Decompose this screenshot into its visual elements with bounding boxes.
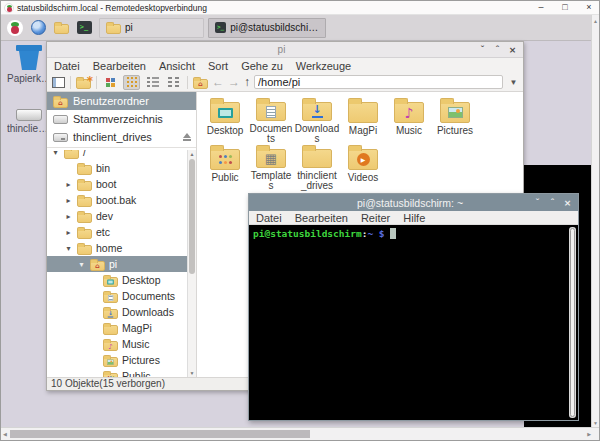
folder-icon [77, 213, 92, 223]
fm-menu-bearbeiten[interactable]: Bearbeiten [93, 60, 146, 72]
tree-item-magpi[interactable]: MagPi [47, 320, 187, 336]
menu-launcher[interactable] [6, 18, 24, 38]
new-folder-icon[interactable] [76, 79, 91, 89]
tree-item-pictures[interactable]: Pictures [47, 352, 187, 368]
file-public[interactable]: Public [202, 144, 248, 191]
place-benutzerordner[interactable]: Benutzerordner [47, 92, 196, 110]
tree-item-etc[interactable]: ▸etc [47, 224, 187, 240]
close-button[interactable]: × [577, 1, 600, 14]
tree-item-boot-bak[interactable]: ▸boot.bak [47, 192, 187, 208]
compact-view-button[interactable] [165, 75, 182, 90]
home-button[interactable] [193, 79, 208, 89]
scroll-right-icon[interactable]: ▶ [587, 431, 591, 437]
file-magpi[interactable]: MagPi [340, 97, 386, 144]
list-view-button[interactable] [144, 75, 161, 90]
taskbar-button-pi-statusbildschirm[interactable]: pi@statusbildschirm: ... [208, 18, 326, 38]
terminal-content[interactable]: pi@statusbildschirm:~ $ [249, 225, 578, 420]
file-desktop[interactable]: Desktop [202, 97, 248, 144]
fm-menu-gehe-zu[interactable]: Gehe zu [241, 60, 283, 72]
fm-menu-ansicht[interactable]: Ansicht [159, 60, 195, 72]
icon-view-button[interactable] [123, 75, 140, 90]
tree-item-downloads[interactable]: Downloads [47, 304, 187, 320]
scroll-down-icon[interactable]: ▼ [188, 370, 196, 376]
new-window-icon[interactable] [52, 77, 65, 88]
tree-item-pi[interactable]: ▾pi [47, 256, 187, 272]
file-templates[interactable]: Templates [248, 144, 294, 191]
file-music[interactable]: Music [386, 97, 432, 144]
templates-folder-icon [256, 149, 286, 168]
path-dropdown-icon[interactable]: ▼ [507, 78, 520, 87]
desktop-icon-papierkorb[interactable]: Papierkorb [7, 45, 51, 84]
terminal-scrollbar[interactable] [569, 227, 576, 418]
expander-closed-icon[interactable]: ▸ [64, 212, 73, 221]
terminal-menu-reiter[interactable]: Reiter [361, 212, 390, 224]
terminal-menu-bearbeiten[interactable]: Bearbeiten [295, 212, 348, 224]
terminal-titlebar[interactable]: pi@statusbildschirm: ~ ˇ ˆ × [249, 194, 578, 211]
tree-item-documents[interactable]: Documents [47, 288, 187, 304]
expander-open-icon[interactable]: ▾ [77, 260, 86, 269]
maximize-button[interactable]: ˆ [491, 43, 504, 57]
terminal-launcher[interactable] [75, 18, 93, 38]
tree-item-bin[interactable]: bin [47, 160, 187, 176]
browser-launcher[interactable] [29, 18, 47, 38]
file-manager-titlebar[interactable]: pi ˇ ˆ × [47, 42, 523, 58]
terminal-menu-hilfe[interactable]: Hilfe [403, 212, 425, 224]
scroll-left-icon[interactable]: ◀ [3, 431, 7, 437]
terminal-menu-datei[interactable]: Datei [256, 212, 282, 224]
file-pictures[interactable]: Pictures [432, 97, 478, 144]
shade-button[interactable]: ˇ [531, 196, 544, 210]
file-manager-launcher[interactable] [52, 18, 70, 38]
close-button[interactable]: × [506, 43, 519, 57]
rdp-vertical-scrollbar[interactable]: ▲ ▼ [591, 15, 599, 429]
fm-menu-werkzeuge[interactable]: Werkzeuge [296, 60, 351, 72]
tree-item-label: / [83, 150, 86, 158]
back-icon[interactable]: ← [212, 75, 224, 89]
disk-icon [53, 115, 68, 124]
minimize-button[interactable]: – [529, 1, 553, 14]
place-thinclient-drives[interactable]: thinclient_drives [47, 128, 196, 146]
expander-closed-icon[interactable]: ▸ [64, 196, 73, 205]
forward-icon[interactable]: → [228, 75, 240, 89]
expander-open-icon[interactable]: ▾ [51, 150, 60, 157]
expander-open-icon[interactable]: ▾ [64, 244, 73, 253]
fm-menu-sort[interactable]: Sort [208, 60, 228, 72]
tree-scrollbar[interactable]: ▲ ▼ [187, 150, 196, 377]
file-label: Downloads [295, 124, 340, 144]
tree-item-desktop[interactable]: Desktop [47, 272, 187, 288]
rdp-horizontal-scrollbar[interactable]: ◀ ▶ [1, 427, 600, 440]
scroll-thumb[interactable] [189, 159, 195, 274]
thumbnail-view-button[interactable] [102, 75, 119, 90]
scroll-up-icon[interactable]: ▲ [188, 151, 196, 157]
folder-icon [77, 197, 92, 207]
scroll-thumb[interactable] [10, 430, 310, 438]
tree-item-public[interactable]: Public [47, 368, 187, 377]
expander-closed-icon[interactable]: ▸ [64, 180, 73, 189]
maximize-button[interactable]: □ [553, 1, 577, 14]
fm-menu-datei[interactable]: Datei [54, 60, 80, 72]
file-manager-title: pi [47, 44, 476, 55]
maximize-button[interactable]: ˆ [546, 196, 559, 210]
file-documents[interactable]: Documents [248, 97, 294, 144]
scroll-down-icon[interactable]: ▼ [592, 420, 599, 426]
scroll-up-icon[interactable]: ▲ [592, 18, 599, 24]
shade-button[interactable]: ˇ [476, 43, 489, 57]
place-stammverzeichnis[interactable]: Stammverzeichnis [47, 110, 196, 128]
up-icon[interactable]: ↑ [244, 75, 250, 89]
file-thinclient-drives[interactable]: thinclient_drives [294, 144, 340, 191]
eject-icon[interactable] [182, 133, 192, 142]
path-input[interactable] [254, 75, 503, 89]
home-emblem-icon [95, 263, 100, 269]
desktop-icon-thinclient-drives[interactable]: thinclient_drives [7, 101, 51, 134]
file-videos[interactable]: Videos [340, 144, 386, 191]
tree-item-dev[interactable]: ▸dev [47, 208, 187, 224]
tree-item-music[interactable]: Music [47, 336, 187, 352]
taskbar-button-pi[interactable]: pi [99, 18, 204, 38]
tree-item-boot[interactable]: ▸boot [47, 176, 187, 192]
file-downloads[interactable]: Downloads [294, 97, 340, 144]
tree-item-[interactable]: ▾/ [47, 150, 187, 160]
file-manager-toolbar: ← → ↑ ▼ [47, 73, 523, 92]
close-button[interactable]: × [561, 196, 574, 210]
tree-item-home[interactable]: ▾home [47, 240, 187, 256]
desktop-emblem-icon [107, 279, 114, 284]
expander-closed-icon[interactable]: ▸ [64, 228, 73, 237]
